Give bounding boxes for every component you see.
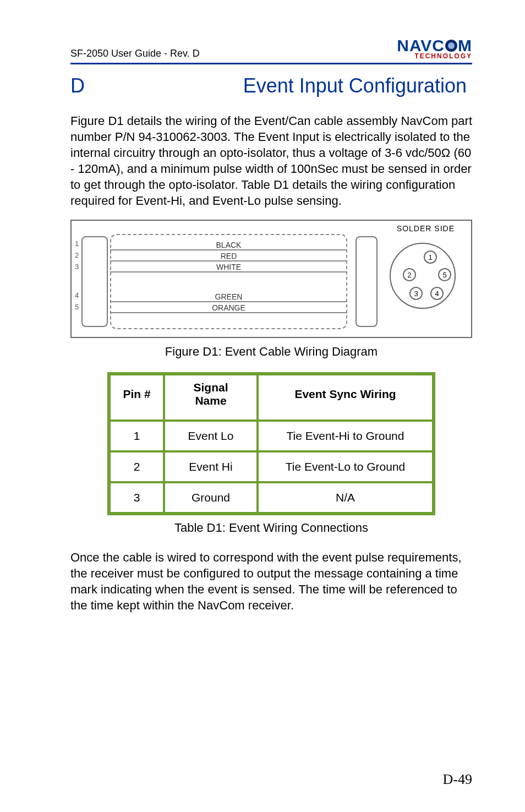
wire-orange-label: ORANGE xyxy=(207,303,250,312)
cell-event: Tie Event-Lo to Ground xyxy=(258,451,434,482)
left-connector-icon xyxy=(81,236,108,327)
page-number: D-49 xyxy=(443,771,472,788)
table-header-row: Pin # Signal Name Event Sync Wiring xyxy=(109,374,434,421)
table-caption: Table D1: Event Wiring Connections xyxy=(70,521,472,535)
round-pin-1: 1 xyxy=(424,250,437,264)
left-pin-4: 4 xyxy=(75,291,79,299)
wire-red-label: RED xyxy=(216,252,242,260)
figure-caption: Figure D1: Event Cable Wiring Diagram xyxy=(70,345,472,359)
th-signal: Signal Name xyxy=(164,374,258,421)
wire-white-label: WHITE xyxy=(212,263,245,271)
cell-signal: Event Hi xyxy=(164,451,258,482)
cell-pin: 1 xyxy=(109,421,164,451)
logo-text-right: M xyxy=(458,37,472,54)
table-row: 1 Event Lo Tie Event-Hi to Ground xyxy=(109,421,434,451)
appendix-title: Event Input Configuration xyxy=(243,74,472,97)
left-pin-2: 2 xyxy=(75,251,79,259)
intro-paragraph: Figure D1 details the wiring of the Even… xyxy=(70,113,472,209)
round-pin-3: 3 xyxy=(409,287,423,300)
event-wiring-table: Pin # Signal Name Event Sync Wiring 1 Ev… xyxy=(107,372,435,515)
cell-pin: 3 xyxy=(109,482,164,514)
wire-orange: ORANGE xyxy=(110,312,347,323)
left-pin-1: 1 xyxy=(75,239,79,248)
header-rule xyxy=(70,63,472,64)
appendix-heading: D Event Input Configuration xyxy=(70,74,472,97)
cell-signal: Ground xyxy=(164,482,258,514)
cell-pin: 2 xyxy=(109,451,164,482)
gear-icon xyxy=(445,40,457,52)
doc-title: SF-2050 User Guide - Rev. D xyxy=(70,48,200,59)
round-pin-2: 2 xyxy=(403,268,416,281)
left-pin-5: 5 xyxy=(75,303,79,311)
table-row: 2 Event Hi Tie Event-Lo to Ground xyxy=(109,451,434,482)
round-pin-4: 4 xyxy=(430,287,444,300)
cell-signal: Event Lo xyxy=(164,421,258,451)
page-header: SF-2050 User Guide - Rev. D NAVC M TECHN… xyxy=(70,37,472,59)
logo-text-left: NAVC xyxy=(397,37,445,54)
right-connector-shell-icon xyxy=(356,236,378,327)
wire-black-label: BLACK xyxy=(212,241,246,249)
wiring-diagram: SOLDER SIDE 1 2 3 4 5 BLACK RED WHITE GR… xyxy=(70,220,472,338)
th-pin: Pin # xyxy=(109,374,164,421)
wire-green-label: GREEN xyxy=(211,292,247,301)
th-event: Event Sync Wiring xyxy=(258,374,434,421)
cell-event: Tie Event-Hi to Ground xyxy=(258,421,434,451)
solder-side-label: SOLDER SIDE xyxy=(397,224,455,233)
logo-top: NAVC M xyxy=(397,37,472,54)
brand-logo: NAVC M TECHNOLOGY xyxy=(397,37,472,59)
event-table-wrap: Pin # Signal Name Event Sync Wiring 1 Ev… xyxy=(70,372,472,515)
round-connector-icon: 1 2 3 4 5 xyxy=(390,243,456,309)
table-row: 3 Ground N/A xyxy=(109,482,434,514)
closing-paragraph: Once the cable is wired to correspond wi… xyxy=(70,549,472,613)
left-pin-3: 3 xyxy=(75,263,79,271)
appendix-letter: D xyxy=(70,74,85,97)
round-pin-5: 5 xyxy=(438,268,451,281)
wire-white: WHITE xyxy=(110,271,347,282)
cell-event: N/A xyxy=(258,482,434,514)
